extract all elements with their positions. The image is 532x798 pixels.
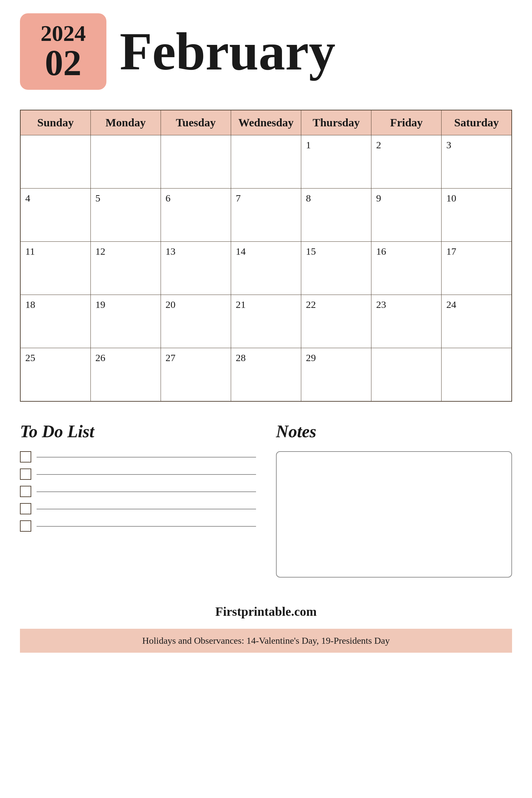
calendar-day-cell: 21 (231, 295, 301, 348)
todo-checkbox-1[interactable] (20, 451, 31, 462)
calendar-day-cell: 11 (20, 242, 91, 295)
todo-item (20, 520, 256, 532)
calendar-day-cell: 5 (91, 189, 160, 242)
calendar-week-row: 11121314151617 (20, 242, 512, 295)
calendar-day-cell: 24 (441, 295, 512, 348)
calendar-day-cell: 9 (372, 189, 441, 242)
calendar-day-cell: 28 (231, 348, 301, 401)
col-saturday: Saturday (441, 110, 512, 135)
calendar-day-cell: 26 (91, 348, 160, 401)
calendar-week-row: 2526272829 (20, 348, 512, 401)
todo-item (20, 503, 256, 514)
col-wednesday: Wednesday (231, 110, 301, 135)
todo-line-1 (37, 457, 256, 457)
calendar-day-cell: 15 (301, 242, 372, 295)
calendar-day-cell: 10 (441, 189, 512, 242)
calendar-day-cell: 7 (231, 189, 301, 242)
notes-title: Notes (276, 422, 512, 441)
calendar-day-cell: 19 (91, 295, 160, 348)
calendar-day-cell: 25 (20, 348, 91, 401)
todo-checkbox-4[interactable] (20, 503, 31, 514)
calendar-day-cell: 18 (20, 295, 91, 348)
calendar-day-cell (20, 135, 91, 189)
todo-item (20, 451, 256, 462)
calendar-day-cell: 8 (301, 189, 372, 242)
calendar-day-cell: 27 (160, 348, 231, 401)
calendar-wrapper: Sunday Monday Tuesday Wednesday Thursday… (20, 110, 512, 402)
todo-item (20, 486, 256, 497)
page-header: 2024 02 February (20, 13, 512, 90)
calendar-day-cell: 13 (160, 242, 231, 295)
col-friday: Friday (372, 110, 441, 135)
calendar-day-cell: 29 (301, 348, 372, 401)
todo-line-5 (37, 526, 256, 527)
calendar-day-cell (231, 135, 301, 189)
month-number-label: 02 (45, 44, 81, 81)
calendar-day-cell: 6 (160, 189, 231, 242)
calendar-day-cell: 12 (91, 242, 160, 295)
calendar-table: Sunday Monday Tuesday Wednesday Thursday… (20, 110, 512, 402)
todo-item (20, 469, 256, 480)
col-tuesday: Tuesday (160, 110, 231, 135)
calendar-day-cell: 20 (160, 295, 231, 348)
calendar-day-cell: 17 (441, 242, 512, 295)
notes-box[interactable] (276, 451, 512, 577)
todo-line-2 (37, 474, 256, 475)
calendar-day-cell (441, 348, 512, 401)
calendar-day-cell: 16 (372, 242, 441, 295)
calendar-day-cell: 2 (372, 135, 441, 189)
footer-holidays: Holidays and Observances: 14-Valentine's… (20, 629, 512, 653)
col-monday: Monday (91, 110, 160, 135)
calendar-day-cell: 3 (441, 135, 512, 189)
todo-line-4 (37, 509, 256, 509)
calendar-day-cell: 14 (231, 242, 301, 295)
col-thursday: Thursday (301, 110, 372, 135)
calendar-week-row: 18192021222324 (20, 295, 512, 348)
calendar-day-cell: 4 (20, 189, 91, 242)
calendar-header-row: Sunday Monday Tuesday Wednesday Thursday… (20, 110, 512, 135)
notes-section: Notes (276, 422, 512, 577)
footer-website: Firstprintable.com (215, 604, 317, 619)
calendar-day-cell (372, 348, 441, 401)
calendar-day-cell: 22 (301, 295, 372, 348)
month-title: February (120, 25, 336, 78)
year-label: 2024 (41, 22, 86, 44)
calendar-day-cell: 23 (372, 295, 441, 348)
todo-checkbox-5[interactable] (20, 520, 31, 532)
bottom-section: To Do List Notes (20, 422, 512, 577)
todo-line-3 (37, 491, 256, 492)
calendar-day-cell (160, 135, 231, 189)
todo-section: To Do List (20, 422, 256, 577)
todo-checkbox-2[interactable] (20, 469, 31, 480)
todo-list (20, 451, 256, 532)
calendar-week-row: 45678910 (20, 189, 512, 242)
year-month-badge: 2024 02 (20, 13, 107, 90)
calendar-week-row: 123 (20, 135, 512, 189)
footer-area: Firstprintable.com Holidays and Observan… (20, 604, 512, 653)
todo-title: To Do List (20, 422, 256, 441)
todo-checkbox-3[interactable] (20, 486, 31, 497)
calendar-day-cell (91, 135, 160, 189)
calendar-day-cell: 1 (301, 135, 372, 189)
col-sunday: Sunday (20, 110, 91, 135)
